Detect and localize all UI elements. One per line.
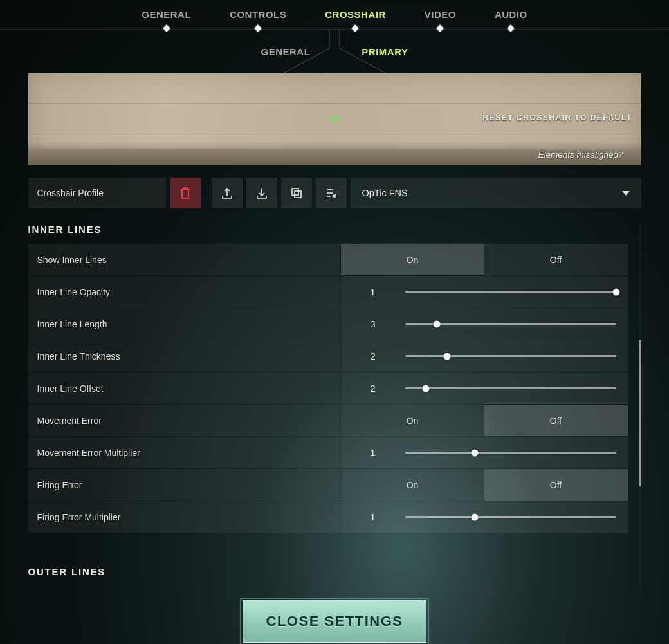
- slider-wrap: 2: [341, 373, 628, 404]
- setting-label: Movement Error: [28, 405, 340, 436]
- slider-value: 1: [341, 447, 405, 458]
- slider-wrap: 1: [341, 276, 628, 308]
- slider-value: 1: [341, 511, 405, 522]
- import-profile-button[interactable]: [246, 178, 277, 208]
- setting-label: Inner Line Offset: [28, 373, 340, 404]
- toggle-off[interactable]: Off: [484, 244, 628, 275]
- setting-label: Firing Error Multiplier: [28, 501, 340, 533]
- slider-inner-opacity[interactable]: [405, 276, 628, 308]
- slider-inner-offset[interactable]: [405, 373, 628, 404]
- close-settings-button[interactable]: CLOSE SETTINGS: [243, 600, 426, 643]
- setting-control: 2: [341, 373, 628, 404]
- download-icon: [255, 187, 268, 199]
- setting-row-inner-offset: Inner Line Offset2: [28, 373, 628, 404]
- tab-general[interactable]: GENERAL: [142, 9, 191, 20]
- setting-control: OnOff: [341, 405, 628, 436]
- upload-icon: [221, 187, 234, 199]
- section-title-outer: OUTER LINES: [28, 566, 628, 577]
- duplicate-profile-button[interactable]: [281, 178, 312, 208]
- tab-video[interactable]: VIDEO: [425, 9, 456, 20]
- setting-control: 1: [341, 276, 628, 308]
- setting-control: 1: [341, 437, 628, 468]
- setting-control: OnOff: [341, 244, 628, 275]
- svg-rect-0: [292, 189, 298, 195]
- slider-wrap: 3: [341, 308, 628, 340]
- edit-profile-button[interactable]: [316, 178, 347, 208]
- setting-label: Movement Error Multiplier: [28, 437, 340, 468]
- toggle-on[interactable]: On: [341, 244, 484, 275]
- toggle-off[interactable]: Off: [484, 405, 628, 436]
- setting-row-inner-length: Inner Line Length3: [28, 308, 628, 340]
- setting-control: 3: [341, 308, 628, 340]
- setting-control: 1: [341, 501, 628, 533]
- setting-row-move-err-mult: Movement Error Multiplier1: [28, 437, 628, 468]
- tabs-sub: GENERAL PRIMARY: [0, 30, 669, 73]
- edit-list-icon: [325, 187, 338, 199]
- slider-inner-thick[interactable]: [405, 340, 628, 372]
- scrollbar[interactable]: [639, 223, 641, 589]
- crosshair-icon: [330, 114, 339, 123]
- delete-profile-button[interactable]: [170, 178, 201, 208]
- toggle-fire-err: OnOff: [341, 469, 628, 501]
- slider-wrap: 2: [341, 340, 628, 372]
- setting-label: Inner Line Thickness: [28, 340, 340, 372]
- slider-move-err-mult[interactable]: [405, 437, 628, 468]
- profile-dropdown[interactable]: OpTic FNS: [351, 178, 641, 208]
- setting-row-fire-err-mult: Firing Error Multiplier1: [28, 501, 628, 533]
- setting-row-move-err: Movement ErrorOnOff: [28, 405, 628, 436]
- toggle-move-err: OnOff: [341, 405, 628, 436]
- setting-row-inner-opacity: Inner Line Opacity1: [28, 276, 628, 308]
- setting-row-inner-thick: Inner Line Thickness2: [28, 340, 628, 372]
- slider-inner-length[interactable]: [405, 308, 628, 340]
- chevron-down-icon: [622, 191, 630, 196]
- reset-crosshair-button[interactable]: RESET CROSSHAIR TO DEFAULT: [482, 113, 632, 122]
- tab-audio[interactable]: AUDIO: [495, 9, 527, 20]
- tab-crosshair[interactable]: CROSSHAIR: [325, 9, 386, 20]
- settings-scroll-area[interactable]: INNER LINESShow Inner LinesOnOffInner Li…: [28, 223, 628, 589]
- setting-row-fire-err: Firing ErrorOnOff: [28, 469, 628, 501]
- trash-icon: [179, 187, 191, 199]
- svg-rect-1: [295, 191, 301, 198]
- setting-label: Inner Line Opacity: [28, 276, 340, 308]
- toggle-on[interactable]: On: [341, 405, 484, 436]
- export-profile-button[interactable]: [212, 178, 243, 208]
- setting-label: Inner Line Length: [28, 308, 340, 340]
- toggle-on[interactable]: On: [341, 469, 484, 501]
- setting-label: Firing Error: [28, 469, 340, 501]
- slider-value: 2: [341, 383, 405, 394]
- setting-row-show-inner: Show Inner LinesOnOff: [28, 244, 628, 275]
- copy-icon: [290, 187, 303, 199]
- scrollbar-thumb[interactable]: [639, 340, 641, 486]
- slider-value: 3: [341, 318, 405, 329]
- divider: [206, 185, 206, 201]
- toggle-off[interactable]: Off: [484, 469, 628, 501]
- tab-controls[interactable]: CONTROLS: [230, 9, 286, 20]
- slider-wrap: 1: [341, 437, 628, 468]
- section-title-inner: INNER LINES: [28, 224, 628, 235]
- setting-control: 2: [341, 340, 628, 372]
- subtab-general[interactable]: GENERAL: [261, 46, 311, 57]
- setting-label: Show Inner Lines: [28, 244, 340, 275]
- profile-label: Crosshair Profile: [28, 178, 166, 208]
- elements-misaligned-link[interactable]: Elements misaligned?: [538, 150, 623, 160]
- subtab-primary[interactable]: PRIMARY: [362, 46, 408, 57]
- slider-fire-err-mult[interactable]: [405, 501, 628, 533]
- tabs-main: GENERAL CONTROLS CROSSHAIR VIDEO AUDIO: [0, 0, 669, 30]
- crosshair-preview: RESET CROSSHAIR TO DEFAULT Elements misa…: [28, 73, 641, 165]
- toggle-show-inner: OnOff: [341, 244, 628, 275]
- setting-control: OnOff: [341, 469, 628, 501]
- slider-value: 2: [341, 351, 405, 362]
- profile-bar: Crosshair Profile: [28, 178, 641, 208]
- slider-wrap: 1: [341, 501, 628, 533]
- profile-selected: OpTic FNS: [362, 188, 408, 198]
- slider-value: 1: [341, 286, 405, 297]
